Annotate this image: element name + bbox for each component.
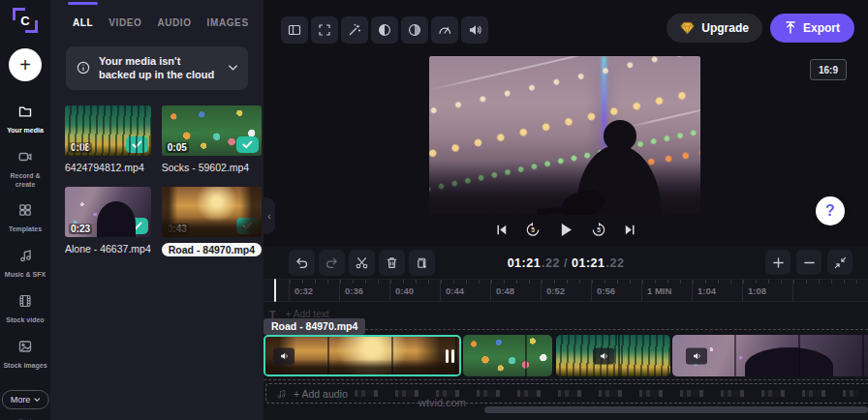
help-button[interactable]: ?	[816, 196, 845, 225]
media-card-road[interactable]: 0:43 Road - 84970.mp4	[162, 187, 262, 260]
check-badge[interactable]	[236, 218, 259, 234]
clip-volume-button[interactable]	[461, 16, 488, 44]
zoom-out-icon	[803, 256, 816, 269]
delete-button[interactable]	[379, 250, 405, 276]
media-card-socks[interactable]: 0:05 Socks - 59602.mp4	[162, 105, 262, 173]
ruler-scale: 0:32 0:36 0:40 0:44 0:48 0:52 0:56 1 MIN…	[289, 280, 868, 301]
sidebar-item-templates[interactable]: Templates	[0, 195, 50, 241]
undo-button[interactable]	[289, 250, 315, 276]
sidebar-item-stock-images[interactable]: Stock images	[0, 332, 50, 377]
timeline-toolbar	[289, 250, 435, 276]
playback-controls: 5 5	[495, 221, 637, 239]
image-icon	[17, 339, 33, 358]
play-icon	[557, 221, 575, 239]
media-thumbnail[interactable]: 0:08	[65, 105, 151, 156]
clip-audio-chip[interactable]	[686, 347, 707, 364]
check-badge[interactable]	[126, 136, 148, 153]
clip-name-tooltip: Road - 84970.mp4	[264, 318, 365, 335]
upgrade-button[interactable]: Upgrade	[666, 14, 762, 43]
svg-text:5: 5	[597, 226, 601, 233]
cloud-backup-notice[interactable]: Your media isn't backed up in the cloud	[66, 46, 248, 90]
media-card-6424794812[interactable]: 0:08 6424794812.mp4	[65, 105, 151, 173]
timeline-clip-underwater[interactable]	[556, 335, 670, 376]
duration-badge: 0:08	[69, 142, 92, 153]
add-audio-track[interactable]: + Add audio	[265, 383, 868, 404]
timeline-ruler[interactable]: 0:32 0:36 0:40 0:44 0:48 0:52 0:56 1 MIN…	[264, 279, 868, 302]
check-icon	[242, 140, 253, 149]
timecode-separator: /	[564, 256, 568, 270]
media-thumbnail[interactable]: 0:43	[162, 187, 262, 237]
ruler-tick: 0:56	[591, 280, 641, 301]
export-button[interactable]: Export	[770, 14, 854, 43]
tab-audio[interactable]: AUDIO	[157, 17, 191, 28]
tab-all[interactable]: ALL	[73, 17, 93, 28]
export-arrow-icon	[785, 21, 796, 35]
delete-icon	[385, 255, 399, 270]
timeline: 01:21.22/01:21.22 0:32 0:36 0:40 0:44 0:…	[264, 247, 868, 420]
contrast-button[interactable]	[371, 16, 398, 44]
timeline-scrollbar[interactable]	[484, 406, 868, 413]
video-track	[264, 335, 868, 376]
exposure-button[interactable]	[401, 16, 428, 44]
clip-audio-chip[interactable]	[273, 347, 294, 364]
speed-button[interactable]	[431, 16, 458, 44]
sidebar-item-label: Music & SFX	[5, 271, 46, 280]
tab-video[interactable]: VIDEO	[108, 17, 141, 28]
ruler-tick	[792, 280, 868, 301]
add-media-button[interactable]: +	[9, 48, 42, 81]
duplicate-button[interactable]	[409, 250, 435, 276]
zoom-out-button[interactable]	[796, 250, 822, 275]
sidebar-item-music-sfx[interactable]: Music & SFX	[0, 241, 50, 286]
sidebar-item-stock-video[interactable]: Stock video	[0, 286, 50, 332]
speed-icon	[437, 22, 452, 38]
rewind-5-button[interactable]: 5	[525, 222, 542, 238]
check-icon	[132, 222, 142, 230]
forward-5-icon: 5	[591, 222, 607, 238]
skip-start-button[interactable]	[495, 223, 510, 237]
audio-waveform	[355, 390, 859, 397]
collapse-panel-handle[interactable]: ‹	[264, 197, 275, 234]
clip-audio-chip[interactable]	[593, 347, 614, 364]
volume-icon	[467, 22, 482, 38]
chevron-down-icon	[33, 397, 40, 403]
media-filename-selected: Road - 84970.mp4	[162, 243, 262, 256]
zoom-in-button[interactable]	[765, 250, 790, 275]
media-thumbnail[interactable]: 0:05	[162, 105, 262, 156]
layout-button[interactable]	[281, 16, 308, 44]
clip-trim-handle[interactable]	[446, 349, 454, 363]
split-button[interactable]	[349, 250, 375, 276]
duration-badge: 0:05	[166, 142, 189, 153]
duration-badge: 0:23	[69, 224, 92, 234]
check-icon	[132, 140, 142, 149]
forward-5-button[interactable]: 5	[591, 222, 607, 238]
media-card-alone[interactable]: 0:23 Alone - 46637.mp4	[65, 187, 151, 260]
sidebar-item-record-create[interactable]: Record & create	[0, 142, 50, 196]
media-thumbnail[interactable]: 0:23	[65, 187, 151, 237]
duration-badge: 0:43	[166, 224, 189, 234]
clipchamp-logo[interactable]: C	[13, 8, 38, 33]
check-badge[interactable]	[236, 136, 259, 153]
crop-button[interactable]	[311, 16, 338, 44]
tab-images[interactable]: IMAGES	[207, 17, 249, 28]
fit-timeline-button[interactable]	[827, 250, 852, 275]
skip-end-button[interactable]	[623, 223, 637, 237]
timeline-clip-socks[interactable]	[463, 335, 552, 376]
playhead[interactable]	[274, 279, 276, 302]
sidebar-item-your-media[interactable]: Your media	[0, 97, 50, 142]
ruler-tick: 0:44	[440, 280, 490, 301]
sidebar-more-button[interactable]: More	[2, 390, 49, 409]
timeline-clip-alone[interactable]	[672, 335, 868, 376]
redo-button[interactable]	[319, 250, 345, 276]
media-filename: 6424794812.mp4	[65, 162, 151, 173]
adjust-button[interactable]	[341, 16, 368, 44]
chevron-down-icon[interactable]	[228, 64, 238, 72]
play-button[interactable]	[557, 221, 575, 239]
more-label: More	[11, 395, 31, 405]
video-preview[interactable]	[429, 56, 700, 215]
timeline-clip-road[interactable]	[264, 335, 461, 376]
logo-letter: C	[13, 8, 38, 33]
check-badge[interactable]	[126, 218, 148, 234]
redo-icon	[325, 255, 339, 270]
aspect-ratio-badge[interactable]: 16:9	[810, 59, 847, 80]
skip-start-icon	[495, 223, 510, 237]
